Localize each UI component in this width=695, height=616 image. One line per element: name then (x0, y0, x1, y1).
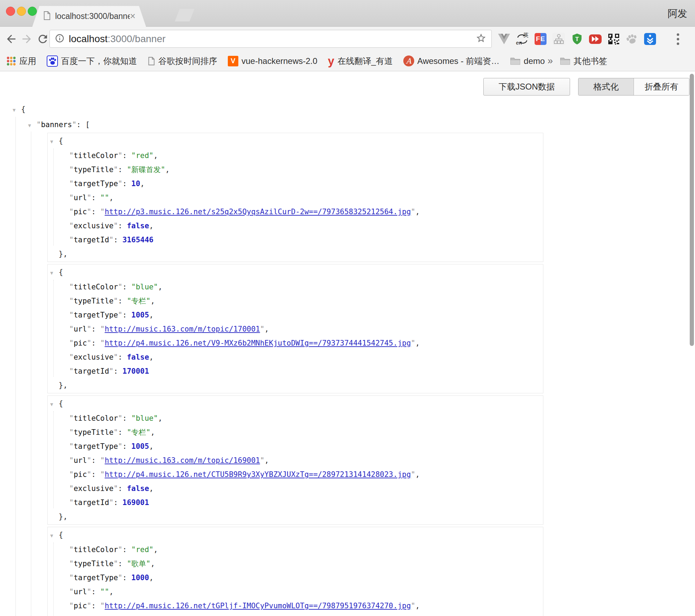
page-icon (43, 11, 51, 22)
json-token: , (153, 545, 158, 554)
json-token: " (118, 283, 123, 291)
collapse-toggle-icon[interactable]: ▼ (50, 529, 59, 543)
json-key: exclusive (74, 484, 114, 493)
json-field-exclusive: "exclusive": false, (48, 219, 543, 233)
fe-extension-icon[interactable]: FE (534, 33, 547, 45)
json-link-value[interactable]: http://p4.music.126.net/CTU5B9R9y3XyYBZX… (105, 470, 411, 479)
json-token: , (140, 179, 145, 188)
json-token: " (100, 325, 105, 333)
json-token: : (91, 470, 100, 479)
json-link-value[interactable]: http://music.163.com/m/topic/170001 (105, 325, 260, 333)
video-speed-extension-icon[interactable] (589, 33, 602, 45)
json-token: : (118, 297, 127, 305)
json-token: " (113, 428, 118, 437)
json-key: pic (74, 208, 87, 216)
json-token: " (100, 339, 105, 347)
translate-glyph-en: en (516, 40, 522, 46)
vue-devtools-icon[interactable] (498, 33, 510, 45)
json-string-value: "blue" (131, 414, 158, 422)
json-token: " (411, 339, 416, 347)
json-object-close-row: }, (48, 247, 543, 261)
json-key: pic (74, 602, 87, 610)
json-banners-row: ▼"banners": [ (11, 117, 543, 133)
bookmark-star-icon[interactable] (476, 33, 486, 45)
json-key: pic (74, 339, 87, 347)
json-token: " (411, 602, 416, 610)
json-number-value: 170001 (123, 367, 149, 375)
json-key: url (74, 194, 87, 202)
json-token: : (113, 498, 122, 507)
json-token: " (113, 559, 118, 568)
bookmark-youdao[interactable]: y 在线翻译_有道 (328, 55, 393, 67)
json-field-typeTitle: "typeTitle": "专栏", (48, 294, 543, 308)
bookmark-vue-hackernews[interactable]: V vue-hackernews-2.0 (228, 56, 317, 66)
shield-extension-icon[interactable]: T (571, 33, 583, 45)
json-object-open-row: ▼{ (48, 397, 543, 411)
collapse-toggle-icon[interactable]: ▼ (13, 103, 21, 117)
minimize-window-button[interactable] (17, 7, 26, 16)
json-link-value[interactable]: http://music.163.com/m/topic/169001 (105, 456, 260, 465)
forward-button[interactable] (20, 33, 33, 45)
collapse-toggle-icon[interactable]: ▼ (50, 266, 59, 280)
collapse-toggle-icon[interactable]: ▼ (50, 135, 59, 149)
reload-button[interactable] (37, 33, 49, 45)
json-link-value[interactable]: http://p3.music.126.net/s25q2x5QyqsAzilC… (105, 208, 411, 216)
json-key: targetType (74, 311, 118, 319)
translate-extension-icon[interactable]: 英 en (516, 33, 529, 45)
address-bar[interactable]: localhost:3000/banner (49, 30, 492, 48)
json-token: " (69, 602, 74, 610)
profile-name[interactable]: 阿发 (668, 7, 687, 20)
json-key: targetId (74, 236, 109, 244)
bookmark-label: 百度一下，你就知道 (61, 55, 137, 67)
back-button[interactable] (5, 33, 18, 45)
json-token: " (69, 414, 74, 422)
json-token: " (69, 498, 74, 507)
json-object-open-row: ▼{ (48, 265, 543, 280)
json-token: : (123, 414, 131, 422)
scrollbar-thumb[interactable] (690, 74, 694, 346)
json-token: " (118, 179, 123, 188)
json-link-value[interactable]: http://p4.music.126.net/tGPljf-IMOCyPvum… (105, 602, 411, 610)
bookmark-apps[interactable]: 应用 (6, 55, 36, 67)
json-field-url: "url": "http://music.163.com/m/topic/170… (48, 322, 543, 336)
json-field-targetId: "targetId": 3165446 (48, 233, 543, 247)
json-field-pic: "pic": "http://p4.music.126.net/tGPljf-I… (48, 599, 543, 613)
browser-tab[interactable]: localhost:3000/banner × (32, 6, 146, 27)
tab-close-icon[interactable]: × (130, 12, 135, 21)
sitemap-extension-icon[interactable] (552, 33, 565, 45)
json-token: " (69, 339, 74, 347)
page-info-icon[interactable] (55, 33, 65, 45)
json-token: " (69, 311, 74, 319)
bookmark-baidu[interactable]: 百度一下，你就知道 (47, 55, 137, 67)
page-content: 下载JSON数据 格式化 折叠所有 ▼{ ▼"banners": [ ▼{"ti… (0, 71, 695, 616)
collapse-toggle-icon[interactable]: ▼ (28, 118, 37, 133)
collapse-all-button[interactable]: 折叠所有 (634, 78, 689, 95)
format-button[interactable]: 格式化 (578, 78, 634, 95)
json-token: , (149, 353, 154, 361)
json-token: : (91, 456, 100, 465)
json-token: " (260, 325, 265, 333)
json-token: : (113, 236, 122, 244)
download-json-button[interactable]: 下载JSON数据 (483, 78, 570, 96)
json-key: targetId (74, 498, 109, 507)
new-tab-button[interactable] (175, 9, 194, 21)
qr-code-extension-icon[interactable] (607, 33, 620, 45)
bookmarks-overflow-icon[interactable]: » (548, 55, 553, 66)
collapse-toggle-icon[interactable]: ▼ (50, 397, 59, 411)
fe-letter-f: F (536, 35, 541, 43)
json-link-value[interactable]: http://p4.music.126.net/V9-MXz6b2MNhEKju… (105, 339, 411, 347)
json-field-exclusive: "exclusive": false, (48, 350, 543, 364)
json-field-url: "url": "", (48, 191, 543, 205)
fullscreen-window-button[interactable] (28, 7, 37, 16)
bookmark-awesomes[interactable]: A Awesomes - 前端资… (403, 55, 499, 67)
close-window-button[interactable] (6, 7, 15, 16)
browser-menu-icon[interactable] (677, 33, 680, 45)
bookmark-folder-others[interactable]: 其他书签 (560, 55, 607, 67)
json-key: typeTitle (74, 428, 114, 437)
paw-extension-icon[interactable] (626, 33, 638, 45)
bookmark-folder-demo[interactable]: demo (510, 56, 545, 66)
json-array-items: ▼{"titleColor": "red","typeTitle": "新碟首发… (47, 133, 543, 616)
bookmark-google-sort[interactable]: 谷歌按时间排序 (147, 55, 217, 67)
download-manager-extension-icon[interactable] (644, 33, 656, 45)
json-token: " (87, 588, 92, 596)
